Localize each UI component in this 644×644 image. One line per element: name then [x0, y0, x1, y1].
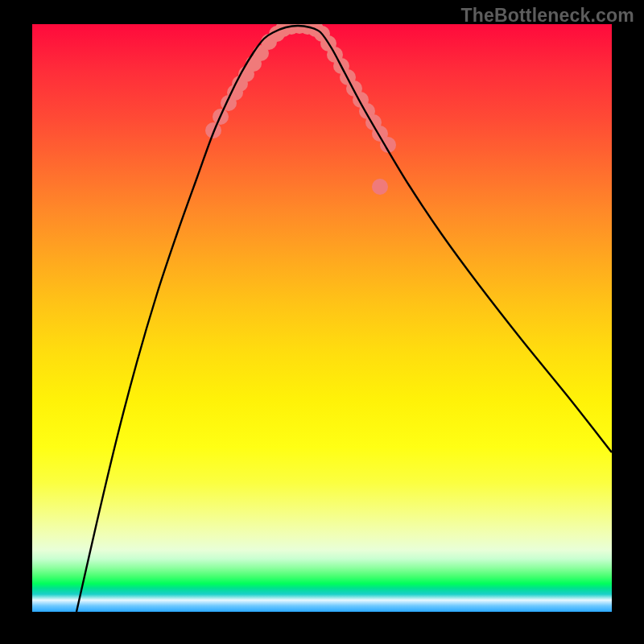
- marker-dot: [333, 58, 349, 74]
- marker-dot: [314, 26, 330, 42]
- marker-dot: [372, 126, 388, 142]
- marker-dot: [213, 109, 229, 125]
- marker-dot: [246, 56, 262, 72]
- marker-dot: [340, 69, 356, 85]
- marker-dot: [299, 24, 316, 35]
- marker-dot: [372, 179, 388, 195]
- marker-dot: [359, 103, 375, 119]
- plot-area: [32, 24, 612, 612]
- markers-group: [205, 24, 396, 195]
- marker-dot: [205, 122, 221, 138]
- marker-dot: [221, 95, 237, 111]
- marker-dot: [269, 26, 285, 42]
- marker-dot: [253, 45, 269, 61]
- marker-dot: [232, 76, 248, 92]
- marker-dot: [327, 47, 343, 63]
- curve-layer: [32, 24, 612, 612]
- marker-dot: [291, 24, 308, 34]
- watermark-text: TheBottleneck.com: [460, 5, 634, 27]
- marker-dot: [365, 114, 382, 130]
- marker-dot: [227, 85, 243, 101]
- marker-dot: [308, 24, 324, 37]
- marker-dot: [320, 35, 336, 52]
- marker-dot: [346, 80, 362, 97]
- marker-dot: [238, 66, 254, 82]
- marker-dot: [283, 24, 299, 35]
- marker-dot: [353, 92, 369, 108]
- chart-stage: TheBottleneck.com: [0, 0, 644, 644]
- marker-dot: [380, 137, 396, 153]
- bottleneck-curve: [76, 26, 612, 612]
- marker-dot: [275, 24, 291, 37]
- marker-dot: [261, 34, 277, 50]
